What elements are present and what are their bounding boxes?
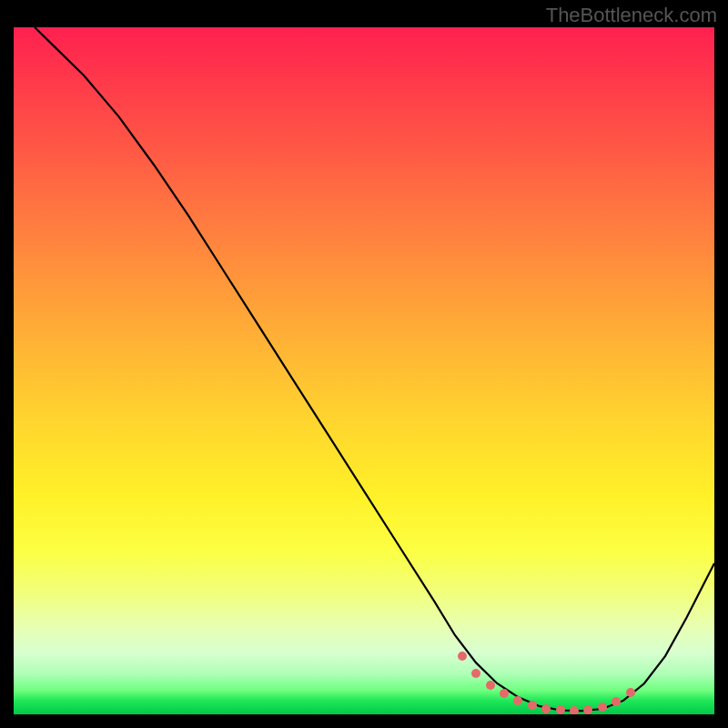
plot-area (14, 27, 714, 714)
highlight-dot (471, 669, 480, 678)
highlight-dot (486, 681, 495, 690)
highlight-dots-layer (14, 27, 714, 714)
highlight-dot (541, 704, 551, 713)
highlight-dot (598, 703, 607, 712)
highlight-dot (513, 696, 522, 705)
highlight-dot (528, 701, 537, 710)
highlight-dot (626, 688, 635, 697)
highlight-dot (583, 705, 592, 714)
watermark-text: TheBottleneck.com (546, 4, 717, 27)
highlight-dot (500, 689, 509, 698)
highlight-dot (570, 706, 579, 714)
highlight-dot (612, 697, 621, 706)
highlight-dot (556, 705, 565, 714)
highlight-dot (458, 652, 467, 661)
